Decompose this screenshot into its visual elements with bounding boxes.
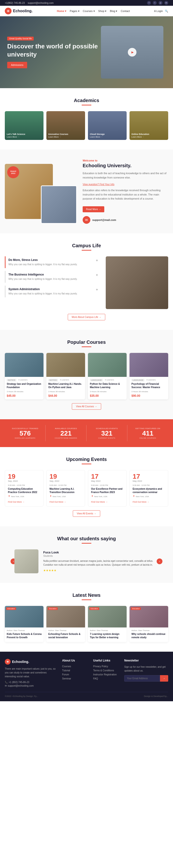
- nav-contact[interactable]: Contact: [121, 9, 130, 13]
- nav-shop[interactable]: Shop ▾: [98, 9, 107, 13]
- academic-card-3[interactable]: Cloud Storage Learn More →: [88, 111, 127, 140]
- footer-link-courses[interactable]: Courses: [62, 665, 89, 668]
- event-link-1[interactable]: Find Out More →: [8, 501, 25, 503]
- course-tag-label-1: NOTICE: [7, 379, 16, 381]
- course-image-4: [129, 353, 168, 377]
- nav-links: Home ▾ Pages ▾ Courses ▾ Shop ▾ Blog ▾ C…: [57, 9, 130, 13]
- linkedin-icon[interactable]: in: [164, 1, 168, 5]
- read-more-button[interactable]: Read More →: [83, 206, 104, 212]
- news-card-3[interactable]: Education Author: Stan Thomas 7 Learning…: [88, 606, 127, 642]
- hero-badge: Great Quality Social life: [7, 37, 34, 40]
- academic-card-title-3: Cloud Storage: [90, 133, 105, 135]
- view-all-events-button[interactable]: View All Events →: [73, 510, 100, 517]
- course-price-1: $45.00: [7, 394, 42, 398]
- event-date-month-3: May 2022: [91, 480, 124, 482]
- newsletter-email-input[interactable]: [124, 675, 160, 682]
- admissions-button[interactable]: Admissions: [7, 62, 27, 68]
- footer-logo: Echooling.: [5, 659, 57, 664]
- testimonial-content: Fuca Look Students Nulla porttitor accum…: [43, 551, 158, 572]
- footer-logo-svg: [6, 660, 9, 663]
- academic-card-bg-1: Let's Talk Science Learn More →: [5, 111, 44, 140]
- academics-underline: [82, 105, 91, 105]
- footer-useful-heading: Useful Links: [93, 659, 119, 662]
- academic-card-1[interactable]: Let's Talk Science Learn More →: [5, 111, 44, 140]
- campus-item-desc-3: Why you can say that is spitting to bigg…: [8, 292, 98, 296]
- event-time-4: 9:30 AM - 12:00 PM: [133, 484, 165, 486]
- news-card-2[interactable]: Education Author: Stan Thomas Echooling …: [46, 606, 85, 642]
- nav-home[interactable]: Home ▾: [57, 9, 67, 13]
- nav-courses[interactable]: Courses ▾: [83, 9, 95, 13]
- nav-pages[interactable]: Pages ▾: [70, 9, 79, 13]
- courses-section: Popular Courses NOTICE 4 Learners Strate…: [0, 330, 173, 419]
- campus-title: Campus Life: [5, 243, 168, 248]
- academic-card-learn-2[interactable]: Learn More →: [48, 136, 68, 138]
- footer-useful-col: Useful Links Privacy Policy Terms & Cond…: [93, 659, 119, 687]
- logo[interactable]: Echooling.: [5, 8, 33, 14]
- twitter-icon[interactable]: t: [153, 1, 157, 5]
- campus-item-2[interactable]: + The Business Intelligence Why you can …: [5, 271, 101, 283]
- course-price-value-1: $45.00: [7, 394, 16, 398]
- newsletter-submit-button[interactable]: →: [160, 675, 168, 682]
- facebook-icon[interactable]: f: [147, 1, 151, 5]
- course-students-1: 4 Learners: [18, 379, 27, 381]
- pinterest-icon[interactable]: p: [158, 1, 163, 5]
- event-title-2: Machine Learning A.I. Transition Discuss…: [49, 487, 82, 494]
- play-button[interactable]: [128, 48, 137, 57]
- footer-link-instructor[interactable]: Instructor Registration: [93, 673, 119, 676]
- footer-link-terms[interactable]: Terms & Conditions: [93, 669, 119, 672]
- campus-item-1[interactable]: + Do More, Stress Less Why you can say t…: [5, 256, 101, 268]
- course-price-2: $44.00: [48, 394, 83, 398]
- academic-card-4[interactable]: Online Education Learn More →: [129, 111, 168, 140]
- nav-login[interactable]: A Login: [154, 9, 163, 12]
- course-tag-4: LANGUAGE 4 Learners: [131, 379, 166, 381]
- event-link-2[interactable]: Find Out More →: [49, 501, 66, 503]
- welcome-text-2: Education also refers to the knowledge r…: [83, 188, 168, 201]
- top-bar-email: support@echooling.com: [28, 2, 54, 4]
- news-date-1: Author: Stan Thomas: [7, 629, 42, 631]
- event-link-3[interactable]: Find Out More →: [91, 501, 108, 503]
- campus-item-plus-2[interactable]: +: [96, 273, 98, 277]
- footer-link-seminar[interactable]: Seminar: [62, 677, 89, 680]
- news-card-4[interactable]: Education Author: Stan Thomas Why school…: [129, 606, 168, 642]
- testimonial-next-arrow[interactable]: ›: [157, 558, 163, 564]
- news-date-4: Author: Stan Thomas: [131, 629, 166, 631]
- stat-label-1: Successfully Trained: [7, 427, 43, 430]
- course-card-1[interactable]: NOTICE 4 Learners Strategy law and Organ…: [5, 353, 44, 399]
- academic-card-learn-3[interactable]: Learn More →: [90, 136, 105, 138]
- news-card-1[interactable]: Education Author: Stan Thomas Kids Futur…: [5, 606, 44, 642]
- campus-more-button[interactable]: More About Campus Life →: [68, 314, 105, 320]
- course-title-2: Machine Learning A.I. Hands-On Python an…: [48, 382, 83, 389]
- view-all-courses-button[interactable]: View All Courses →: [72, 403, 101, 410]
- academic-card-learn-4[interactable]: Learn More →: [131, 136, 149, 138]
- course-card-3[interactable]: LANGUAGE 4 Learners Python for Data Scie…: [88, 353, 127, 399]
- campus-item-plus-1[interactable]: +: [96, 258, 98, 262]
- search-icon[interactable]: 🔍: [165, 9, 168, 13]
- course-card-4[interactable]: LANGUAGE 4 Learners Psychology of Financ…: [129, 353, 168, 399]
- footer-link-faq[interactable]: FAQ: [93, 677, 119, 680]
- event-link-4[interactable]: Find Out More →: [133, 501, 149, 503]
- academics-title: Academics: [5, 98, 168, 103]
- course-card-2[interactable]: NOTICE 4 Learners Machine Learning A.I. …: [46, 353, 85, 399]
- welcome-contact-email[interactable]: support@mail.com: [92, 218, 116, 221]
- news-image-1: Education: [5, 606, 44, 627]
- courses-view-all: View All Courses →: [5, 403, 168, 410]
- academic-card-2[interactable]: Innovative Courses Learn More →: [46, 111, 85, 140]
- event-date-month-1: Sep, 2022: [8, 480, 40, 482]
- welcome-link-1[interactable]: View question? Find Your Info: [83, 183, 114, 186]
- campus-item-3[interactable]: + System Administration Why you can say …: [5, 286, 101, 297]
- news-title-1: Kids Future Schools & Corona Prevent to …: [7, 632, 42, 639]
- footer-newsletter-heading: Newsletter: [124, 659, 168, 662]
- courses-underline: [82, 346, 91, 347]
- stats-section: Successfully Trained 576 ENROLLED LEARNE…: [0, 419, 173, 447]
- nav-blog[interactable]: Blog ▾: [110, 9, 117, 13]
- events-view-all: View All Events →: [5, 510, 168, 517]
- footer-link-forum[interactable]: Forum: [62, 673, 89, 676]
- academic-card-learn-1[interactable]: Learn More →: [7, 136, 25, 138]
- news-image-3: Education: [88, 606, 127, 627]
- footer-link-privacy[interactable]: Privacy Policy: [93, 665, 119, 668]
- campus-item-plus-3[interactable]: +: [96, 287, 98, 292]
- event-card-2: 19 Sep, 2022 9:00 AM - 12:00 PM Machine …: [46, 470, 85, 506]
- event-date-num-3: 17: [91, 473, 124, 480]
- academic-card-bg-4: Online Education Learn More →: [129, 111, 168, 140]
- footer-link-tutorial[interactable]: Tutorial: [62, 669, 89, 672]
